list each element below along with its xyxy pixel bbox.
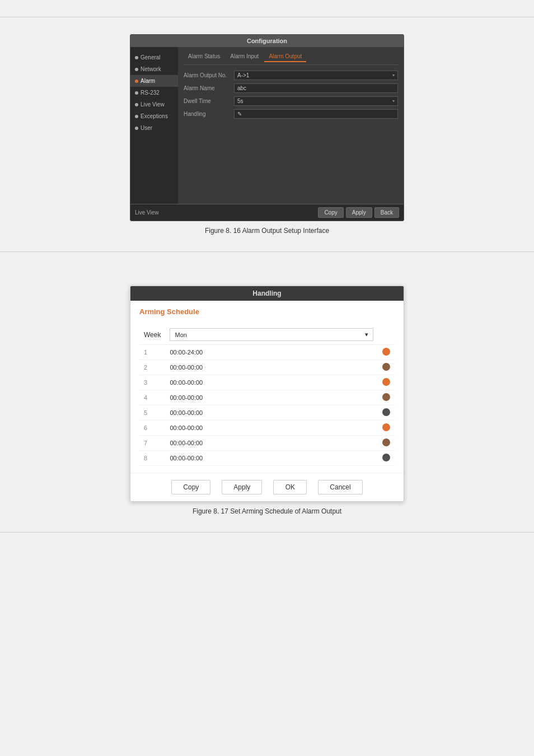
label-alarm-output-no: Alarm Output No. [184,72,234,78]
alarm-icon [135,80,138,83]
tab-alarm-input[interactable]: Alarm Input [226,52,263,62]
icon-cell-1[interactable] [378,345,395,360]
form-row-alarm-name: Alarm Name abc [184,83,398,93]
col-header-icon [378,325,395,345]
row-num-4: 4 [139,390,165,405]
sidebar-item-network[interactable]: Network [130,63,178,75]
tab-alarm-status[interactable]: Alarm Status [184,52,224,62]
live-view-label: Live View [135,209,159,216]
schedule-row-3: 3 00:00-00:00 [139,375,395,390]
row-num-2: 2 [139,360,165,375]
user-icon [135,127,138,130]
tab-alarm-output[interactable]: Alarm Output [264,52,306,62]
time-cell-7[interactable]: 00:00-00:00 [165,436,378,451]
schedule-row-4: 4 00:00-00:00 [139,390,395,405]
icon-cell-8[interactable] [378,451,395,466]
value-alarm-output-no[interactable]: A->1 ▾ [234,71,398,80]
form-row-dwell-time: Dwell Time 5s ▾ [184,96,398,106]
apply-button[interactable]: Apply [346,207,372,218]
schedule-table: Week Mon ▾ 1 0 [139,325,395,466]
time-cell-6[interactable]: 00:00-00:00 [165,421,378,436]
config-window: Configuration General Network Alarm [130,34,404,221]
time-cell-2[interactable]: 00:00-00:00 [165,360,378,375]
back-button[interactable]: Back [374,207,399,218]
handling-footer: Copy Apply OK Cancel [130,473,404,501]
icon-cell-7[interactable] [378,436,395,451]
schedule-header-row: Week Mon ▾ [139,325,395,345]
figure2-section: Handling Arming Schedule Week Mon ▾ [0,274,534,526]
general-icon [135,56,138,59]
circle-icon-4 [382,393,390,401]
schedule-row-2: 2 00:00-00:00 [139,360,395,375]
icon-cell-5[interactable] [378,405,395,421]
circle-icon-6 [382,423,390,431]
bottom-divider [0,532,534,533]
network-icon [135,68,138,71]
exceptions-icon [135,115,138,118]
value-handling[interactable]: ✎ [234,109,398,119]
sidebar-item-user[interactable]: User [130,122,178,134]
time-cell-8[interactable]: 00:00-00:00 [165,451,378,466]
sidebar-item-rs232[interactable]: RS-232 [130,87,178,99]
sidebar-label-exceptions: Exceptions [140,113,168,119]
config-sidebar: General Network Alarm RS-232 [130,47,178,204]
apply-button-handling[interactable]: Apply [222,480,262,494]
form-row-alarm-output-no: Alarm Output No. A->1 ▾ [184,71,398,80]
top-divider [0,17,534,17]
sidebar-label-alarm: Alarm [140,78,155,84]
arming-schedule-title: Arming Schedule [139,307,395,319]
spacer-1 [0,258,534,274]
sidebar-label-rs232: RS-232 [140,90,160,96]
circle-icon-3 [382,378,390,386]
icon-cell-6[interactable] [378,421,395,436]
row-num-6: 6 [139,421,165,436]
figure1-caption: Figure 8. 16 Alarm Output Setup Interfac… [205,227,329,235]
copy-button[interactable]: Copy [318,207,343,218]
week-dropdown-value: Mon [175,332,186,338]
ok-button-handling[interactable]: OK [273,480,307,494]
circle-icon-8 [382,454,390,461]
circle-icon-2 [382,363,390,371]
sidebar-item-general[interactable]: General [130,52,178,63]
value-dwell-time[interactable]: 5s ▾ [234,96,398,106]
figure2-caption: Figure 8. 17 Set Arming Schedule of Alar… [193,507,341,515]
cancel-button-handling[interactable]: Cancel [318,480,362,494]
week-dropdown[interactable]: Mon ▾ [170,328,373,341]
col-header-time: Mon ▾ [165,325,378,345]
sidebar-item-exceptions[interactable]: Exceptions [130,110,178,122]
value-alarm-name[interactable]: abc [234,83,398,93]
handling-body: Arming Schedule Week Mon ▾ [130,301,404,473]
icon-cell-4[interactable] [378,390,395,405]
page-container: Configuration General Network Alarm [0,0,534,549]
schedule-row-1: 1 00:00-24:00 [139,345,395,360]
schedule-row-6: 6 00:00-00:00 [139,421,395,436]
config-content: Alarm Status Alarm Input Alarm Output Al… [178,47,404,204]
sidebar-item-liveview[interactable]: Live View [130,99,178,110]
label-alarm-name: Alarm Name [184,85,234,91]
handling-window: Handling Arming Schedule Week Mon ▾ [130,286,404,502]
dropdown-arrow-dwell: ▾ [392,99,395,104]
icon-cell-2[interactable] [378,360,395,375]
row-num-7: 7 [139,436,165,451]
sidebar-item-alarm[interactable]: Alarm [130,75,178,87]
liveview-icon [135,103,138,106]
row-num-8: 8 [139,451,165,466]
time-cell-5[interactable]: 00:00-00:00 [165,405,378,421]
schedule-row-8: 8 00:00-00:00 [139,451,395,466]
sidebar-label-user: User [140,125,152,131]
circle-icon-5 [382,408,390,416]
sidebar-label-general: General [140,54,161,60]
circle-icon-1 [382,348,390,356]
sidebar-label-network: Network [140,66,161,72]
icon-cell-3[interactable] [378,375,395,390]
config-footer: Copy Apply Back [318,207,399,218]
config-tabs: Alarm Status Alarm Input Alarm Output [184,52,398,65]
col-header-week: Week [139,325,165,345]
copy-button-handling[interactable]: Copy [171,480,210,494]
time-cell-1[interactable]: 00:00-24:00 [165,345,378,360]
time-cell-4[interactable]: 00:00-00:00 [165,390,378,405]
config-title: Configuration [247,38,287,44]
time-cell-3[interactable]: 00:00-00:00 [165,375,378,390]
form-row-handling: Handling ✎ [184,109,398,119]
handling-title: Handling [252,290,281,297]
